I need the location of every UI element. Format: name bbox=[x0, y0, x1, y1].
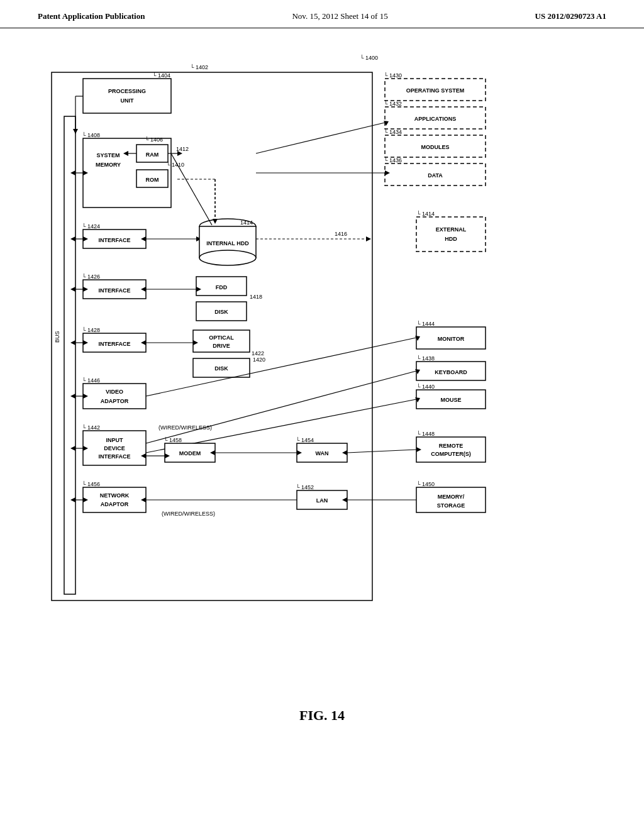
svg-rect-5 bbox=[83, 79, 171, 113]
svg-text:MODULES: MODULES bbox=[421, 144, 450, 150]
svg-text:└ 1408: └ 1408 bbox=[82, 131, 100, 138]
svg-rect-136 bbox=[83, 487, 146, 512]
page-header: Patent Application Publication Nov. 15, … bbox=[0, 0, 644, 28]
svg-text:INPUT: INPUT bbox=[106, 437, 124, 443]
svg-text:KEYBOARD: KEYBOARD bbox=[435, 369, 467, 375]
svg-text:└ 1436: └ 1436 bbox=[384, 157, 402, 163]
svg-text:COMPUTER(S): COMPUTER(S) bbox=[431, 451, 471, 457]
svg-text:└ 1430: └ 1430 bbox=[384, 72, 402, 79]
svg-text:ROM: ROM bbox=[146, 177, 159, 183]
svg-text:MONITOR: MONITOR bbox=[438, 336, 465, 342]
svg-text:LAN: LAN bbox=[316, 497, 328, 504]
svg-rect-153 bbox=[416, 487, 486, 512]
svg-text:INTERFACE: INTERFACE bbox=[98, 453, 130, 460]
svg-text:PROCESSING: PROCESSING bbox=[108, 88, 146, 94]
svg-text:1420: 1420 bbox=[253, 357, 265, 363]
svg-text:└ 1440: └ 1440 bbox=[416, 383, 435, 390]
svg-text:└ 1446: └ 1446 bbox=[82, 377, 100, 384]
svg-text:INTERFACE: INTERFACE bbox=[98, 341, 130, 347]
svg-text:1418: 1418 bbox=[250, 294, 262, 300]
svg-text:└ 1452: └ 1452 bbox=[296, 484, 314, 490]
figure-label: FIG. 14 bbox=[25, 707, 619, 724]
svg-text:DISK: DISK bbox=[214, 365, 228, 372]
svg-text:MEMORY: MEMORY bbox=[96, 162, 121, 168]
svg-rect-4 bbox=[64, 116, 75, 594]
svg-text:BUS: BUS bbox=[54, 331, 60, 343]
svg-text:└ 1450: └ 1450 bbox=[416, 480, 435, 487]
svg-text:NETWORK: NETWORK bbox=[100, 492, 130, 499]
svg-text:ADAPTOR: ADAPTOR bbox=[101, 398, 129, 404]
svg-text:1422: 1422 bbox=[252, 350, 264, 357]
svg-text:└ 1448: └ 1448 bbox=[416, 430, 435, 437]
svg-text:RAM: RAM bbox=[146, 152, 159, 158]
svg-text:DISK: DISK bbox=[214, 309, 228, 315]
svg-text:1412: 1412 bbox=[176, 146, 189, 152]
svg-text:└ 1456: └ 1456 bbox=[82, 480, 100, 487]
diagram-area: └ 1400 └ 1402 BUS PROCESSING UNIT └ 1404… bbox=[0, 28, 644, 770]
svg-text:└ 1410: └ 1410 bbox=[166, 161, 184, 168]
svg-text:└ 1434: └ 1434 bbox=[384, 128, 402, 135]
svg-text:└ 1442: └ 1442 bbox=[82, 424, 100, 431]
svg-text:DATA: DATA bbox=[428, 172, 443, 179]
header-publication: Patent Application Publication bbox=[38, 11, 145, 21]
svg-text:MODEM: MODEM bbox=[179, 450, 201, 456]
svg-text:└ 1426: └ 1426 bbox=[82, 273, 100, 280]
header-patent-number: US 2012/0290723 A1 bbox=[535, 11, 606, 21]
svg-text:DEVICE: DEVICE bbox=[104, 445, 125, 451]
svg-text:INTERFACE: INTERFACE bbox=[98, 287, 130, 294]
svg-text:INTERFACE: INTERFACE bbox=[98, 237, 130, 243]
svg-text:EXTERNAL: EXTERNAL bbox=[436, 226, 467, 233]
svg-text:INTERNAL HDD: INTERNAL HDD bbox=[206, 240, 249, 246]
svg-text:DRIVE: DRIVE bbox=[213, 343, 230, 349]
svg-text:└ 1414: └ 1414 bbox=[416, 210, 435, 217]
svg-text:└ 1438: └ 1438 bbox=[416, 355, 435, 362]
svg-rect-129 bbox=[416, 437, 486, 462]
svg-text:1416: 1416 bbox=[335, 231, 347, 237]
svg-text:APPLICATIONS: APPLICATIONS bbox=[414, 116, 456, 122]
svg-text:WAN: WAN bbox=[316, 450, 329, 456]
svg-point-43 bbox=[199, 250, 256, 265]
svg-text:└ 1428: └ 1428 bbox=[82, 326, 100, 333]
svg-text:└ 1406: └ 1406 bbox=[145, 136, 163, 143]
svg-text:└ 1402: └ 1402 bbox=[190, 64, 208, 70]
svg-text:OPERATING SYSTEM: OPERATING SYSTEM bbox=[406, 87, 464, 94]
svg-text:└ 1424: └ 1424 bbox=[82, 223, 100, 230]
patent-diagram: └ 1400 └ 1402 BUS PROCESSING UNIT └ 1404… bbox=[26, 41, 618, 701]
svg-rect-85 bbox=[83, 384, 146, 409]
svg-text:(WIRED/WIRELESS): (WIRED/WIRELESS) bbox=[162, 511, 215, 517]
svg-text:REMOTE: REMOTE bbox=[439, 443, 464, 449]
svg-text:MEMORY/: MEMORY/ bbox=[438, 494, 465, 500]
svg-text:└ 1458: └ 1458 bbox=[164, 436, 182, 443]
svg-text:└ 1400: └ 1400 bbox=[360, 54, 378, 61]
svg-text:HDD: HDD bbox=[445, 236, 457, 242]
svg-text:UNIT: UNIT bbox=[121, 97, 134, 104]
svg-text:VIDEO: VIDEO bbox=[106, 389, 123, 395]
svg-text:└ 1444: └ 1444 bbox=[416, 320, 435, 327]
svg-text:ADAPTOR: ADAPTOR bbox=[101, 501, 129, 507]
svg-text:OPTICAL: OPTICAL bbox=[209, 335, 234, 341]
svg-text:MOUSE: MOUSE bbox=[440, 397, 461, 403]
svg-text:└ 1454: └ 1454 bbox=[296, 436, 314, 443]
svg-text:SYSTEM: SYSTEM bbox=[96, 152, 119, 158]
svg-rect-49 bbox=[416, 217, 486, 252]
svg-text:FDD: FDD bbox=[216, 284, 228, 290]
svg-text:STORAGE: STORAGE bbox=[437, 502, 465, 509]
svg-text:└ 1432: └ 1432 bbox=[384, 100, 402, 107]
svg-text:1414: 1414 bbox=[240, 219, 253, 226]
svg-text:└ 1404: └ 1404 bbox=[152, 72, 170, 79]
header-sheet-info: Nov. 15, 2012 Sheet 14 of 15 bbox=[292, 11, 387, 21]
